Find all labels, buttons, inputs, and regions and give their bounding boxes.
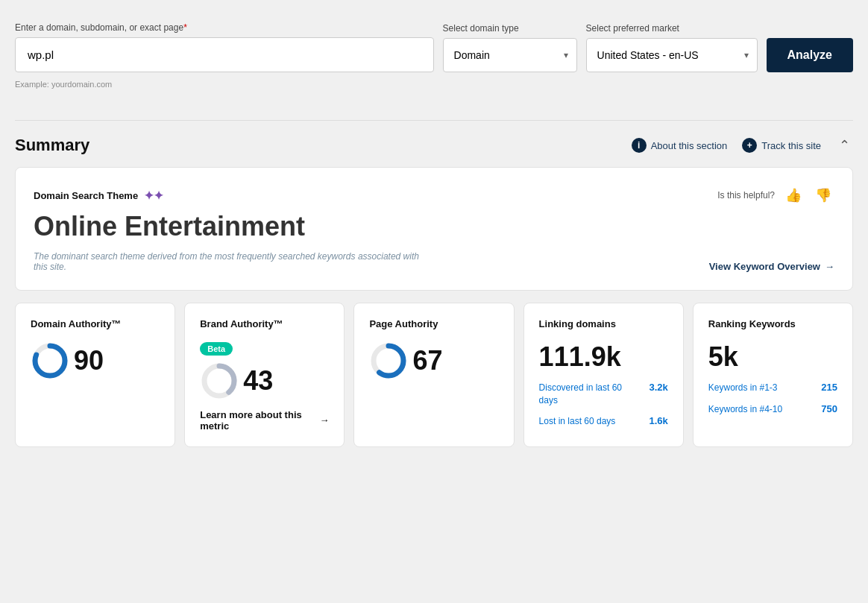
brand-authority-donut xyxy=(200,362,239,400)
domain-type-label: Select domain type xyxy=(443,23,577,34)
domain-theme-header: Domain Search Theme ✦✦ Is this helpful? … xyxy=(34,186,834,205)
search-row: Enter a domain, subdomain, or exact page… xyxy=(15,22,853,72)
discovered-label: Discovered in last 60 days xyxy=(539,382,629,407)
beta-badge: Beta xyxy=(200,342,233,356)
domain-type-select[interactable]: Domain Subdomain Exact Page xyxy=(443,38,577,72)
page-authority-donut xyxy=(369,341,408,380)
brand-authority-value: 43 xyxy=(243,365,273,397)
track-site-label: Track this site xyxy=(761,140,821,151)
lost-value: 1.6k xyxy=(650,415,668,426)
domain-type-field-group: Select domain type Domain Subdomain Exac… xyxy=(443,23,577,72)
summary-header: Summary i About this section + Track thi… xyxy=(15,136,853,155)
market-select[interactable]: United States - en-US United Kingdom - e… xyxy=(586,38,758,72)
domain-authority-card: Domain Authority™ 90 xyxy=(15,303,175,447)
plus-icon: + xyxy=(742,138,757,153)
domain-example-text: Example: yourdomain.com xyxy=(15,77,853,90)
metrics-row: Domain Authority™ 90 Brand Authority™ Be… xyxy=(15,303,853,447)
page-authority-title: Page Authority xyxy=(369,318,498,331)
thumbs-down-button[interactable]: 👎 xyxy=(812,186,834,205)
thumbs-up-button[interactable]: 👍 xyxy=(782,186,805,205)
about-section-label: About this section xyxy=(651,140,728,151)
brand-authority-card: Brand Authority™ Beta 43 Learn more abou… xyxy=(184,303,345,447)
helpful-label: Is this helpful? xyxy=(717,190,775,201)
linking-domains-card: Linking domains 111.9k Discovered in las… xyxy=(523,303,684,447)
info-icon: i xyxy=(632,138,647,153)
summary-title: Summary xyxy=(15,136,89,155)
kw1-metric: Keywords in #1-3 215 xyxy=(708,382,837,394)
view-keyword-overview-link[interactable]: View Keyword Overview → xyxy=(709,261,834,272)
lost-label: Lost in last 60 days xyxy=(539,415,616,428)
section-divider xyxy=(15,120,853,121)
page-authority-card: Page Authority 67 xyxy=(353,303,514,447)
summary-actions: i About this section + Track this site ⌃ xyxy=(632,137,853,154)
ranking-keywords-title: Ranking Keywords xyxy=(708,318,837,331)
kw1-label: Keywords in #1-3 xyxy=(708,382,778,394)
domain-authority-title: Domain Authority™ xyxy=(31,318,160,331)
helpful-area: Is this helpful? 👍 👎 xyxy=(717,186,834,205)
domain-theme-footer: The dominant search theme derived from t… xyxy=(34,251,834,272)
domain-label: Enter a domain, subdomain, or exact page… xyxy=(15,22,434,33)
domain-field-group: Enter a domain, subdomain, or exact page… xyxy=(15,22,434,72)
domain-input[interactable] xyxy=(15,37,434,72)
page-authority-value: 67 xyxy=(412,345,442,376)
domain-authority-donut xyxy=(31,341,69,380)
brand-authority-title: Brand Authority™ xyxy=(200,318,329,331)
discovered-metric: Discovered in last 60 days 3.2k xyxy=(539,382,668,407)
ranking-keywords-card: Ranking Keywords 5k Keywords in #1-3 215… xyxy=(693,303,853,447)
brand-authority-value-row: 43 xyxy=(200,362,329,400)
domain-authority-value: 90 xyxy=(74,345,104,376)
domain-theme-card: Domain Search Theme ✦✦ Is this helpful? … xyxy=(15,167,853,291)
analyze-button[interactable]: Analyze xyxy=(767,38,853,72)
page-authority-value-row: 67 xyxy=(369,341,498,380)
domain-theme-title: Online Entertainment xyxy=(34,211,834,242)
kw2-label: Keywords in #4-10 xyxy=(708,403,782,416)
market-select-wrap: United States - en-US United Kingdom - e… xyxy=(586,38,758,72)
sparkle-icon: ✦✦ xyxy=(144,189,163,203)
track-site-link[interactable]: + Track this site xyxy=(742,138,821,153)
kw2-value: 750 xyxy=(821,403,837,414)
collapse-button[interactable]: ⌃ xyxy=(836,137,853,154)
domain-authority-value-row: 90 xyxy=(31,341,160,380)
lost-metric: Lost in last 60 days 1.6k xyxy=(539,415,668,428)
discovered-value: 3.2k xyxy=(650,382,668,393)
domain-theme-description: The dominant search theme derived from t… xyxy=(34,251,421,272)
learn-more-link[interactable]: Learn more about this metric → xyxy=(200,409,329,432)
linking-domains-title: Linking domains xyxy=(539,318,668,331)
domain-type-select-wrap: Domain Subdomain Exact Page ▾ xyxy=(443,38,577,72)
kw1-value: 215 xyxy=(821,382,837,393)
ranking-keywords-value: 5k xyxy=(708,341,837,373)
kw2-metric: Keywords in #4-10 750 xyxy=(708,403,837,416)
linking-domains-value: 111.9k xyxy=(539,341,668,373)
about-section-link[interactable]: i About this section xyxy=(632,138,728,153)
domain-search-label: Domain Search Theme ✦✦ xyxy=(34,189,163,203)
search-section: Enter a domain, subdomain, or exact page… xyxy=(15,15,853,105)
market-field-group: Select preferred market United States - … xyxy=(586,23,758,72)
market-label: Select preferred market xyxy=(586,23,758,34)
learn-more-arrow-icon: → xyxy=(319,414,329,426)
arrow-right-icon: → xyxy=(825,261,834,272)
